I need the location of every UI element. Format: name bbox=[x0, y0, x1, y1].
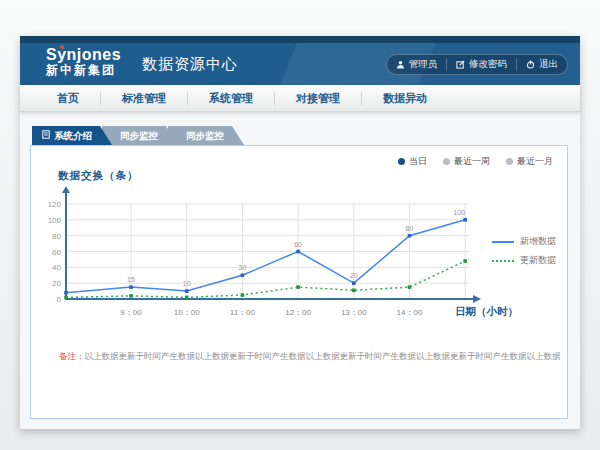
radio-today[interactable]: 当日 bbox=[398, 155, 427, 168]
svg-text:120: 120 bbox=[48, 200, 62, 209]
tab-sync-monitor-2[interactable]: 同步监控 bbox=[168, 126, 244, 145]
company-logo: Synjones 新中新集团 bbox=[46, 46, 121, 77]
dotted-line-swatch-icon bbox=[492, 260, 514, 262]
main-nav: 首页 标准管理 系统管理 对接管理 数据异动 bbox=[20, 85, 580, 112]
logo-red-dot-icon bbox=[60, 45, 64, 49]
svg-text:9：00: 9：00 bbox=[120, 308, 142, 317]
radio-dot-icon bbox=[398, 158, 405, 165]
svg-text:15: 15 bbox=[127, 276, 135, 283]
document-icon bbox=[42, 126, 50, 145]
nav-item-connection-management[interactable]: 对接管理 bbox=[274, 92, 361, 105]
tab-system-introduction[interactable]: 系统介绍 bbox=[32, 126, 112, 145]
svg-text:60: 60 bbox=[52, 248, 61, 257]
svg-text:10: 10 bbox=[183, 280, 191, 287]
user-name-button[interactable]: 管理员 bbox=[387, 58, 447, 71]
page-title: 数据资源中心 bbox=[142, 55, 238, 74]
tab-bar: 系统介绍 同步监控 同步监控 bbox=[32, 126, 244, 145]
chart-legend: 新增数据 更新数据 bbox=[492, 232, 556, 270]
logout-button[interactable]: 退出 bbox=[516, 58, 567, 71]
nav-item-home[interactable]: 首页 bbox=[36, 92, 100, 105]
radio-last-month[interactable]: 最近一月 bbox=[506, 155, 553, 168]
footnote: 备注：以上数据更新于时间产生数据以上数据更新于时间产生数据以上数据更新于时间产生… bbox=[59, 351, 561, 363]
svg-text:40: 40 bbox=[52, 263, 61, 272]
svg-text:80: 80 bbox=[52, 232, 61, 241]
content-area: 系统介绍 同步监控 同步监控 当日 最近一周 bbox=[20, 112, 580, 429]
time-range-filter: 当日 最近一周 最近一月 bbox=[398, 155, 553, 168]
tab-sync-monitor-1[interactable]: 同步监控 bbox=[102, 126, 178, 145]
svg-text:14：00: 14：00 bbox=[397, 308, 423, 317]
user-icon bbox=[396, 60, 405, 69]
nav-item-standard-management[interactable]: 标准管理 bbox=[100, 92, 187, 105]
footnote-label: 备注： bbox=[59, 351, 85, 361]
app-header: Synjones 新中新集团 数据资源中心 管理员 修改密码 bbox=[20, 43, 580, 85]
footnote-text: 以上数据更新于时间产生数据以上数据更新于时间产生数据以上数据更新于时间产生数据以… bbox=[85, 351, 562, 361]
svg-text:100: 100 bbox=[48, 216, 62, 225]
radio-dot-icon bbox=[506, 158, 513, 165]
svg-text:12：00: 12：00 bbox=[285, 308, 311, 317]
svg-text:80: 80 bbox=[406, 225, 414, 232]
window-top-strip bbox=[20, 36, 580, 43]
nav-item-data-change[interactable]: 数据异动 bbox=[361, 92, 448, 105]
line-chart: 0204060801001209：0010：0011：0012：0013：001… bbox=[41, 184, 501, 326]
legend-item-new-data: 新增数据 bbox=[492, 232, 556, 251]
svg-text:11：00: 11：00 bbox=[230, 308, 256, 317]
edit-icon bbox=[456, 60, 465, 69]
logo-brand-text: Synjones bbox=[46, 46, 121, 64]
radio-dot-icon bbox=[443, 158, 450, 165]
svg-text:0: 0 bbox=[57, 295, 62, 304]
radio-last-week[interactable]: 最近一周 bbox=[443, 155, 490, 168]
logo-company-name: 新中新集团 bbox=[46, 64, 121, 77]
svg-text:13：00: 13：00 bbox=[341, 308, 367, 317]
nav-item-system-management[interactable]: 系统管理 bbox=[187, 92, 274, 105]
svg-text:20: 20 bbox=[52, 279, 61, 288]
solid-line-swatch-icon bbox=[492, 241, 514, 243]
svg-text:30: 30 bbox=[239, 264, 247, 271]
app-window: Synjones 新中新集团 数据资源中心 管理员 修改密码 bbox=[20, 36, 580, 429]
legend-item-updated-data: 更新数据 bbox=[492, 251, 556, 270]
svg-text:60: 60 bbox=[294, 241, 302, 248]
x-axis-title: 日期（小时） bbox=[455, 305, 518, 319]
user-menu: 管理员 修改密码 退出 bbox=[386, 54, 569, 75]
change-password-button[interactable]: 修改密码 bbox=[446, 58, 516, 71]
svg-text:20: 20 bbox=[350, 272, 358, 279]
y-axis-title: 数据交换（条） bbox=[58, 169, 139, 183]
svg-text:100: 100 bbox=[453, 209, 465, 216]
svg-text:10：00: 10：00 bbox=[174, 308, 200, 317]
power-icon bbox=[526, 60, 535, 69]
chart-panel: 当日 最近一周 最近一月 数据交换（条） 0204060801001209：00… bbox=[30, 145, 568, 419]
